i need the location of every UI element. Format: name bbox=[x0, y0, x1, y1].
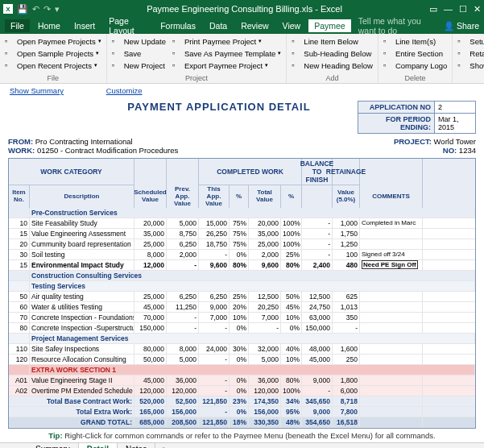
redo-icon[interactable]: ↷ bbox=[43, 4, 51, 15]
entire-section-button[interactable]: ▫Entire Section bbox=[382, 48, 449, 59]
total-row: GRAND TOTAL:685,000208,500121,85018%330,… bbox=[9, 417, 475, 428]
table-row[interactable]: 15Environmental Impact Study12,000-9,600… bbox=[9, 260, 475, 271]
menu-paymee[interactable]: Paymee bbox=[308, 19, 351, 32]
cmd-icon: ▫ bbox=[112, 60, 122, 70]
line-item-below-button[interactable]: ▫Line Item Below bbox=[290, 35, 374, 47]
retainage-settings-button[interactable]: ▫Retainage Settings bbox=[456, 48, 484, 59]
export-paymee-project-button[interactable]: ▫Export Paymee Project▾ bbox=[171, 60, 283, 71]
maximize-icon[interactable]: ☐ bbox=[459, 4, 467, 15]
new-update-button[interactable]: ▫New Update bbox=[110, 35, 168, 47]
application-box: APPLICATION NO2 FOR PERIOD ENDING:Mar 1,… bbox=[358, 101, 476, 134]
close-icon[interactable]: ✕ bbox=[474, 4, 481, 15]
cmd-icon: ▫ bbox=[292, 36, 301, 46]
table-row[interactable]: Pre-Construction Services bbox=[9, 208, 475, 218]
save-icon[interactable]: 💾 bbox=[17, 4, 28, 15]
table-row[interactable]: 20Cummunity board representation25,0006,… bbox=[9, 239, 475, 250]
new-project-button[interactable]: ▫New Project bbox=[110, 60, 168, 71]
titlebar: X 💾 ↶ ↷ ▾ Paymee Engineering Consulting … bbox=[0, 0, 484, 18]
menubar: FileHomeInsertPage LayoutFormulasDataRev… bbox=[0, 18, 484, 34]
customize-link[interactable]: Customize bbox=[106, 86, 143, 95]
cmd-icon: ▫ bbox=[457, 60, 467, 70]
menu-formulas[interactable]: Formulas bbox=[155, 19, 201, 32]
cmd-icon: ▫ bbox=[457, 36, 467, 46]
cmd-icon: ▫ bbox=[172, 48, 182, 58]
cmd-icon: ▫ bbox=[383, 60, 393, 70]
open-recent-projects-button[interactable]: ▫Open Recent Projects▾ bbox=[3, 60, 103, 71]
table-row[interactable]: EXTRA WORK SECTION 1 bbox=[9, 365, 475, 375]
setup-and-options-button[interactable]: ▫Setup and Options bbox=[456, 35, 484, 47]
company-logo-button[interactable]: ▫Company Logo bbox=[382, 60, 449, 71]
sheet-tab-detail[interactable]: Detail bbox=[79, 443, 118, 448]
cmd-icon: ▫ bbox=[383, 36, 393, 46]
table-row[interactable]: Project Management Services bbox=[9, 334, 475, 344]
menu-review[interactable]: Review bbox=[235, 19, 274, 32]
menu-data[interactable]: Data bbox=[204, 19, 233, 32]
cmd-icon: ▫ bbox=[292, 48, 301, 58]
sheet-tab-summary[interactable]: Summary bbox=[27, 443, 79, 448]
minimize-icon[interactable]: — bbox=[444, 4, 453, 15]
table-row[interactable]: A01Value Engineering Stage II45,00036,00… bbox=[9, 375, 475, 386]
cmd-icon: ▫ bbox=[292, 60, 301, 70]
table-row[interactable]: 80Concrete Inspection -Superstructure150… bbox=[9, 323, 475, 334]
cmd-icon: ▫ bbox=[5, 60, 14, 70]
tip-text: Tip: Right-Click for common commands or … bbox=[8, 431, 476, 440]
chevron-down-icon: ▾ bbox=[259, 38, 262, 44]
ribbon: ▫Open Paymee Projects▾▫Open Sample Proje… bbox=[0, 34, 484, 84]
sheet-tabs: ◂ ▸ SummaryDetailNotes ⊕ bbox=[0, 442, 484, 448]
open-sample-projects-button[interactable]: ▫Open Sample Projects▾ bbox=[3, 48, 103, 59]
save-as-paymee-template-button[interactable]: ▫Save As Paymee Template▾ bbox=[171, 48, 283, 59]
menu-file[interactable]: File bbox=[5, 19, 30, 32]
chevron-down-icon: ▾ bbox=[265, 62, 268, 68]
table-row[interactable]: 30Soil testing8,0002,000-0%2,00025%-100S… bbox=[9, 250, 475, 260]
menu-insert[interactable]: Insert bbox=[68, 19, 101, 32]
table-row[interactable]: Testing Services bbox=[9, 281, 475, 292]
document: PAYMENT APPLICATION DETAIL APPLICATION N… bbox=[0, 101, 484, 440]
sheet-tab-notes[interactable]: Notes bbox=[118, 443, 155, 448]
open-paymee-projects-button[interactable]: ▫Open Paymee Projects▾ bbox=[3, 35, 103, 47]
undo-icon[interactable]: ↶ bbox=[32, 4, 39, 15]
chevron-down-icon: ▾ bbox=[278, 50, 281, 56]
chevron-down-icon: ▾ bbox=[94, 62, 97, 68]
cmd-icon: ▫ bbox=[112, 36, 122, 46]
cmd-icon: ▫ bbox=[172, 60, 182, 70]
window-title: Paymee Engineering Consulting Billing.xl… bbox=[60, 4, 429, 14]
cmd-icon: ▫ bbox=[5, 48, 14, 58]
table-row[interactable]: 70Concrete Inspection - Foundations70,00… bbox=[9, 313, 475, 323]
sub-heading-below-button[interactable]: ▫Sub-Heading Below bbox=[290, 48, 374, 59]
table-row[interactable]: 15Value Engineering Assessment35,0008,75… bbox=[9, 229, 475, 239]
share-button[interactable]: 👤 Share bbox=[444, 21, 479, 31]
cmd-icon: ▫ bbox=[5, 36, 14, 46]
show-summary-chart-button[interactable]: ▫Show Summary Chart bbox=[456, 60, 484, 71]
total-row: Total Extra Work:165,000156,000-0%156,00… bbox=[9, 407, 475, 417]
cmd-icon: ▫ bbox=[112, 48, 122, 58]
share-icon: 👤 bbox=[444, 21, 454, 31]
print-paymee-project-button[interactable]: ▫Print Paymee Project▾ bbox=[171, 35, 283, 47]
table-row[interactable]: 50Air quality testing25,0006,2506,25025%… bbox=[9, 292, 475, 302]
new-heading-below-button[interactable]: ▫New Heading Below bbox=[290, 60, 374, 71]
table-row[interactable]: Construction Consulting Services bbox=[9, 271, 475, 281]
cmd-icon: ▫ bbox=[383, 48, 393, 58]
menu-home[interactable]: Home bbox=[32, 19, 66, 32]
table-row[interactable]: 120Resource Allocation Consulting50,0005… bbox=[9, 355, 475, 365]
add-sheet-button[interactable]: ⊕ bbox=[155, 444, 172, 448]
table-row[interactable]: A02Overtime PM Extended Schedule120,0001… bbox=[9, 386, 475, 396]
cmd-icon: ▫ bbox=[457, 48, 467, 58]
show-summary-link[interactable]: Show Summary bbox=[10, 86, 64, 95]
ribbon-options-icon[interactable]: ▭ bbox=[429, 4, 437, 15]
excel-icon: X bbox=[3, 4, 13, 14]
save-button[interactable]: ▫Save bbox=[110, 48, 168, 59]
table-row[interactable]: 110Site Safey Inspections80,0008,00024,0… bbox=[9, 344, 475, 355]
cmd-icon: ▫ bbox=[172, 36, 182, 46]
menu-view[interactable]: View bbox=[277, 19, 307, 32]
tell-me[interactable]: Tell me what you want to do bbox=[358, 16, 441, 35]
line-item-s--button[interactable]: ▫Line Item(s) bbox=[382, 35, 449, 47]
page-title: PAYMENT APPLICATION DETAIL bbox=[81, 101, 358, 113]
chevron-down-icon: ▾ bbox=[98, 38, 101, 44]
total-row: Total Base Contract Work:520,00052,50012… bbox=[9, 396, 475, 407]
chevron-down-icon: ▾ bbox=[96, 50, 99, 56]
linkbar: Show Summary Customize bbox=[0, 84, 484, 97]
table-row[interactable]: 60Water & utilities Testing45,00011,2509… bbox=[9, 302, 475, 313]
data-grid[interactable]: WORK CATEGORY COMPLETED WORK BALANCE TO … bbox=[8, 158, 476, 429]
table-row[interactable]: 10Site Feasability Study20,0005,00015,00… bbox=[9, 218, 475, 229]
